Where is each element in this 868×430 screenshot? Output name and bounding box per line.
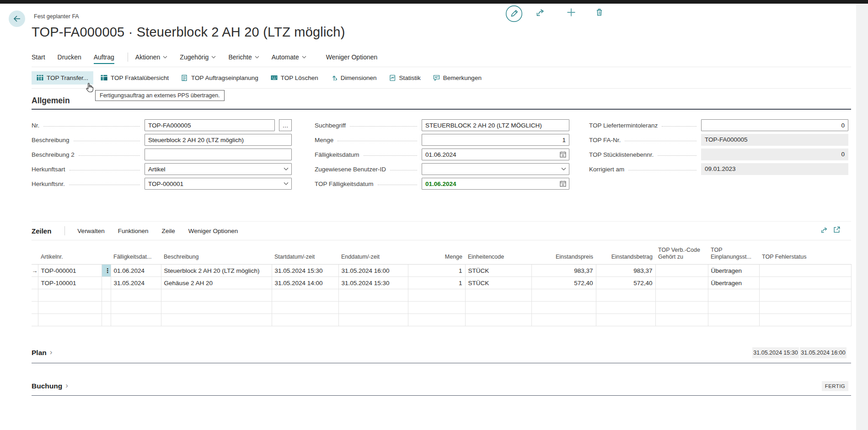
cell-einstandsbetrag[interactable]: 572,40	[596, 277, 655, 289]
lines-menu-verwalten[interactable]: Verwalten	[77, 228, 104, 234]
cell-einstandsbetrag[interactable]: 983,37	[596, 265, 655, 277]
empty-row[interactable]	[32, 302, 851, 314]
field-menge: Menge	[315, 133, 569, 147]
cell-einheitencode[interactable]: STÜCK	[465, 265, 531, 277]
edit-button[interactable]	[505, 5, 523, 22]
posting-heading[interactable]: Buchung	[32, 382, 62, 390]
lines-section-header: Zeilen Verwalten Funktionen Zeile Wenige…	[32, 221, 851, 240]
dimensionen-button[interactable]: Dimensionen	[326, 71, 382, 85]
top-transfer-button[interactable]: TOP Transfer...	[32, 71, 93, 85]
cell-enddatum[interactable]: 31.05.2024 16:00	[338, 265, 408, 277]
col-einstandspreis[interactable]: Einstandspreis	[531, 240, 596, 265]
col-einstandsbetrag[interactable]: Einstandsbetrag	[596, 240, 655, 265]
share-lines-button[interactable]	[820, 226, 828, 236]
cell-verb-code[interactable]	[655, 277, 708, 289]
empty-row[interactable]	[32, 289, 851, 302]
menu-weniger-optionen[interactable]: Weniger Optionen	[326, 51, 378, 63]
cell-beschreibung[interactable]: Gehäuse 2 AH 20	[161, 277, 272, 289]
assist-edit-button[interactable]: …	[279, 119, 292, 131]
dotted-leader	[70, 170, 140, 170]
field-top-stuecklistenebennr: TOP Stücklistenebennr. 0	[589, 147, 848, 162]
row-options-button[interactable]: ⋮	[102, 265, 111, 277]
chevron-down-icon	[302, 56, 306, 58]
cell-faelligkeitsdatum[interactable]: 31.05.2024	[111, 277, 161, 289]
menu-start[interactable]: Start	[32, 51, 45, 63]
menu-berichte[interactable]: Berichte	[228, 51, 259, 63]
col-menge[interactable]: Menge	[408, 240, 465, 265]
benutzer-id-select[interactable]	[422, 163, 569, 175]
field-herkunftsart: Herkunftsart	[32, 162, 292, 176]
beschreibung2-input[interactable]	[145, 149, 292, 160]
expand-lines-button[interactable]	[833, 226, 841, 236]
cell-startdatum[interactable]: 31.05.2024 15:30	[272, 265, 338, 277]
menu-automate[interactable]: Automate	[272, 51, 306, 63]
cell-verb-code[interactable]	[655, 265, 708, 277]
scrollbar-track[interactable]	[856, 4, 868, 430]
cell-menge[interactable]: 1	[408, 277, 465, 289]
table-header-row: Artikelnr. Fälligkeitsdat... Beschreibun…	[32, 240, 851, 265]
mouse-cursor-hand-icon	[85, 82, 95, 95]
beschreibung-input[interactable]	[145, 134, 292, 146]
liefertermintoleranz-input[interactable]	[701, 119, 848, 131]
menu-aktionen[interactable]: Aktionen	[135, 51, 167, 63]
menu-auftrag[interactable]: Auftrag	[94, 51, 114, 64]
herkunftsart-select[interactable]	[145, 163, 292, 175]
suchbegriff-input[interactable]	[422, 119, 569, 131]
cell-einstandspreis[interactable]: 572,40	[531, 277, 596, 289]
cell-enddatum[interactable]: 31.05.2024 15:30	[338, 277, 408, 289]
field-label: Suchbegriff	[315, 122, 346, 129]
back-button[interactable]	[9, 11, 25, 27]
cell-fehlerstatus[interactable]	[759, 265, 851, 277]
col-top-fehlerstatus[interactable]: TOP Fehlerstatus	[759, 240, 851, 265]
col-artikelnr[interactable]: Artikelnr.	[38, 240, 102, 265]
menu-zugehoerig[interactable]: Zugehörig	[180, 51, 216, 63]
field-label: TOP FA-Nr.	[589, 137, 621, 143]
cell-startdatum[interactable]: 31.05.2024 14:00	[272, 277, 338, 289]
col-startdatum[interactable]: Startdatum/-zeit	[272, 240, 338, 265]
faelligkeitsdatum-input[interactable]	[422, 149, 569, 160]
cell-artikelnr[interactable]: TOP-100001	[38, 277, 102, 289]
lines-menu-funktionen[interactable]: Funktionen	[118, 228, 149, 234]
cell-einstandspreis[interactable]: 983,37	[531, 265, 596, 277]
cell-einplanungsstatus[interactable]: Übertragen	[708, 265, 759, 277]
col-beschreibung[interactable]: Beschreibung	[161, 240, 272, 265]
top-faelligkeitsdatum-input[interactable]	[422, 178, 569, 190]
empty-row[interactable]	[32, 314, 851, 326]
top-fraktaluebersicht-button[interactable]: TOP Fraktalübersicht	[96, 71, 174, 85]
col-einheitencode[interactable]: Einheitencode	[465, 240, 531, 265]
top-auftragseinplanung-button[interactable]: TOP Auftragseinplanung	[176, 71, 263, 85]
col-top-verb-code[interactable]: TOP Verb.-Code Gehört zu	[655, 240, 708, 265]
row-options-cell[interactable]	[102, 277, 111, 289]
cell-beschreibung[interactable]: Steuerblock 2 AH 20 (LTZ möglich)	[161, 265, 272, 277]
share-button[interactable]	[535, 7, 545, 17]
cell-einplanungsstatus[interactable]: Übertragen	[708, 277, 759, 289]
statistik-button[interactable]: Statistik	[384, 71, 426, 85]
cell-artikelnr[interactable]: TOP-000001	[38, 265, 102, 277]
lines-menu-zeile[interactable]: Zeile	[161, 228, 175, 234]
col-enddatum[interactable]: Enddatum/-zeit	[338, 240, 408, 265]
plan-heading[interactable]: Plan	[32, 349, 47, 357]
lines-menu-weniger-optionen[interactable]: Weniger Optionen	[188, 228, 238, 234]
cell-menge[interactable]: 1	[408, 265, 465, 277]
expand-chevron-icon[interactable]: ›	[50, 348, 53, 357]
back-arrow-icon	[12, 14, 21, 23]
line-row-2: TOP-100001 31.05.2024 Gehäuse 2 AH 20 31…	[32, 277, 851, 289]
col-top-einplanungsstatus[interactable]: TOP Einplanungsst...	[708, 240, 759, 265]
field-label: TOP Liefertermintoleranz	[589, 122, 658, 129]
field-label: Fälligkeitsdatum	[315, 151, 359, 158]
delete-button[interactable]	[595, 7, 604, 17]
col-faelligkeitsdatum[interactable]: Fälligkeitsdat...	[111, 240, 161, 265]
expand-chevron-icon[interactable]: ›	[65, 381, 68, 390]
top-loeschen-button[interactable]: TOP Löschen	[266, 71, 323, 85]
add-button[interactable]	[566, 7, 576, 17]
menu-drucken[interactable]: Drucken	[58, 51, 81, 63]
korrigiert-am-value: 09.01.2023	[701, 163, 848, 175]
menge-input[interactable]	[422, 134, 569, 146]
cell-fehlerstatus[interactable]	[759, 277, 851, 289]
bemerkungen-button[interactable]: Bemerkungen	[428, 71, 487, 85]
nr-input[interactable]	[145, 119, 275, 131]
order-scheduling-icon	[181, 74, 188, 81]
herkunftsnr-select[interactable]	[145, 178, 292, 190]
cell-einheitencode[interactable]: STÜCK	[465, 277, 531, 289]
cell-faelligkeitsdatum[interactable]: 01.06.2024	[111, 265, 161, 277]
